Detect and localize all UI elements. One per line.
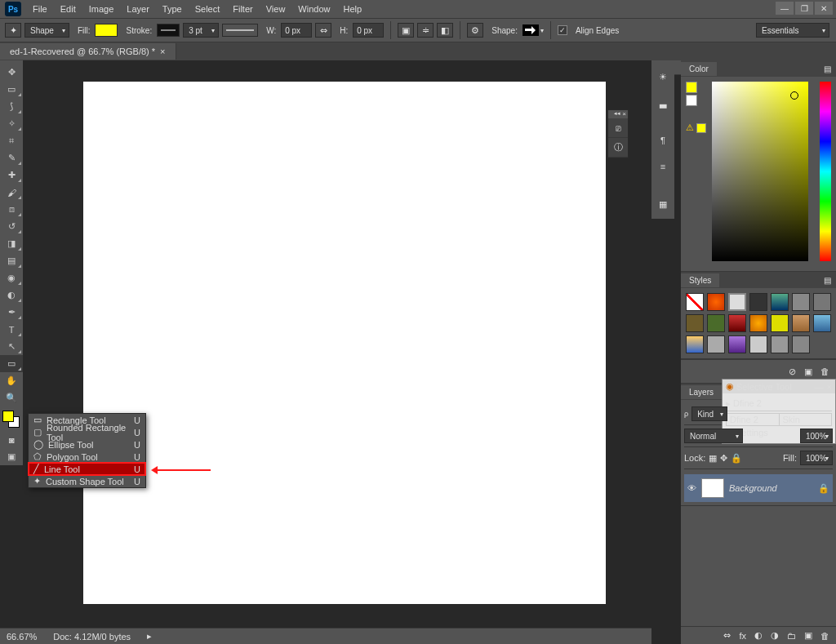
new-item-icon[interactable]: ▣: [804, 366, 812, 377]
document-tab[interactable]: ed-1-Recovered @ 66.7% (RGB/8) * ×: [0, 43, 176, 60]
quick-select-tool[interactable]: ✧: [0, 115, 23, 132]
panel-action-icon[interactable]: ⊘: [789, 366, 796, 377]
blend-mode-select[interactable]: Normal: [684, 429, 743, 443]
character-icon[interactable]: ¶: [651, 129, 674, 152]
stroke-width-select[interactable]: 3 pt: [183, 23, 219, 38]
align-edges-checkbox[interactable]: ✓: [558, 25, 567, 35]
new-layer-icon[interactable]: ▣: [804, 630, 812, 641]
color-swatches[interactable]: [0, 408, 23, 431]
style-swatch[interactable]: [813, 293, 831, 311]
style-swatch[interactable]: [707, 314, 725, 332]
close-icon[interactable]: ×: [827, 382, 832, 392]
close-icon[interactable]: ×: [622, 110, 626, 118]
style-swatch[interactable]: [749, 293, 767, 311]
blur-tool[interactable]: ◉: [0, 269, 23, 286]
style-swatch[interactable]: [707, 335, 725, 353]
menu-window[interactable]: Window: [291, 2, 336, 16]
path-select-tool[interactable]: ↖: [0, 338, 23, 355]
canvas[interactable]: [83, 82, 606, 604]
height-input[interactable]: [353, 23, 384, 38]
zoom-level[interactable]: 66.67%: [7, 632, 37, 642]
menu-help[interactable]: Help: [336, 2, 368, 16]
style-swatch[interactable]: [728, 293, 746, 311]
style-swatch[interactable]: [813, 314, 831, 332]
minimize-icon[interactable]: —: [815, 382, 824, 392]
style-swatch[interactable]: [728, 314, 746, 332]
window-minimize[interactable]: —: [776, 2, 794, 15]
fg-swatch[interactable]: [686, 82, 697, 93]
menu-filter[interactable]: Filter: [226, 2, 259, 16]
seltool-opt-2[interactable]: Skin: [780, 414, 832, 425]
window-restore[interactable]: ❐: [795, 2, 813, 15]
status-expand-icon[interactable]: ▸: [147, 631, 152, 642]
style-swatch[interactable]: [792, 314, 810, 332]
fill-opacity-input[interactable]: 100%: [800, 451, 833, 465]
gear-icon[interactable]: ⚙: [467, 23, 483, 38]
delete-layer-icon[interactable]: 🗑: [820, 631, 829, 641]
menu-type[interactable]: Type: [156, 2, 189, 16]
layer-thumbnail[interactable]: [701, 478, 724, 498]
layer-fx-icon[interactable]: fx: [739, 631, 746, 641]
color-field[interactable]: [712, 82, 808, 261]
panel-icon-2[interactable]: ⓘ: [608, 138, 628, 158]
trash-icon[interactable]: 🗑: [820, 366, 829, 376]
opacity-input[interactable]: 100%: [800, 429, 833, 443]
style-swatch[interactable]: [749, 335, 767, 353]
menu-edit[interactable]: Edit: [54, 2, 82, 16]
style-swatch[interactable]: [686, 335, 704, 353]
menu-file[interactable]: File: [26, 2, 54, 16]
collapse-icon[interactable]: ◂◂: [614, 110, 620, 118]
color-tab[interactable]: Color: [681, 62, 717, 76]
layer-name[interactable]: Background: [729, 483, 777, 493]
lock-all-icon[interactable]: 🔒: [731, 453, 742, 464]
healing-tool[interactable]: ✚: [0, 167, 23, 184]
flyout-rounded-rectangle-tool[interactable]: ▢ Rounded Rectangle Tool U: [29, 426, 145, 438]
swatches-icon[interactable]: ▦: [651, 193, 674, 215]
tool-preset-icon[interactable]: ✦: [5, 23, 21, 38]
window-close[interactable]: ✕: [815, 2, 833, 15]
styles-tab[interactable]: Styles: [681, 273, 719, 287]
style-swatch[interactable]: [686, 314, 704, 332]
histogram-icon[interactable]: ▃: [651, 91, 674, 114]
layer-row-background[interactable]: 👁 Background 🔒: [684, 474, 833, 502]
lock-pixels-icon[interactable]: ▦: [709, 453, 717, 464]
panel-menu-icon[interactable]: ▤: [819, 276, 836, 285]
adjustment-layer-icon[interactable]: ◑: [771, 630, 779, 641]
stamp-tool[interactable]: ⧈: [0, 201, 23, 218]
paragraph-icon[interactable]: ≡: [651, 155, 674, 178]
quick-mask-toggle[interactable]: ◙: [0, 431, 23, 448]
lasso-tool[interactable]: ⟆: [0, 98, 23, 115]
flyout-line-tool[interactable]: ╱ Line Tool U: [29, 463, 145, 475]
group-icon[interactable]: 🗀: [787, 631, 796, 641]
canvas-viewport[interactable]: [23, 60, 651, 644]
flyout-polygon-tool[interactable]: ⬠ Polygon Tool U: [29, 451, 145, 463]
crop-tool[interactable]: ⌗: [0, 132, 23, 149]
seltool-opt-1[interactable]: Dfine 2: [727, 414, 780, 425]
history-brush-tool[interactable]: ↺: [0, 218, 23, 235]
custom-shape-preview[interactable]: [522, 24, 539, 36]
hand-tool[interactable]: ✋: [0, 372, 23, 389]
style-swatch[interactable]: [707, 293, 725, 311]
pen-tool[interactable]: ✒: [0, 304, 23, 321]
panel-menu-icon[interactable]: ▤: [819, 64, 836, 73]
lock-position-icon[interactable]: ✥: [720, 453, 727, 464]
menu-select[interactable]: Select: [189, 2, 227, 16]
layers-tab[interactable]: Layers: [681, 385, 722, 399]
screen-mode-toggle[interactable]: ▣: [0, 448, 23, 465]
foreground-color[interactable]: [2, 411, 14, 422]
move-tool[interactable]: ✥: [0, 64, 23, 81]
type-tool[interactable]: T: [0, 321, 23, 338]
style-swatch[interactable]: [749, 314, 767, 332]
tool-mode-select[interactable]: Shape: [24, 23, 69, 38]
document-info[interactable]: Doc: 4.12M/0 bytes: [53, 632, 131, 642]
fill-swatch[interactable]: [95, 24, 118, 37]
style-swatch[interactable]: [771, 293, 789, 311]
style-swatch[interactable]: [771, 335, 789, 353]
menu-layer[interactable]: Layer: [120, 2, 156, 16]
expand-icon[interactable]: ◉: [726, 381, 734, 392]
zoom-tool[interactable]: 🔍: [0, 389, 23, 406]
style-none[interactable]: [686, 293, 704, 311]
width-input[interactable]: [281, 23, 312, 38]
gamut-swatch[interactable]: [696, 123, 706, 133]
panel-icon-1[interactable]: ⎚: [608, 118, 628, 138]
